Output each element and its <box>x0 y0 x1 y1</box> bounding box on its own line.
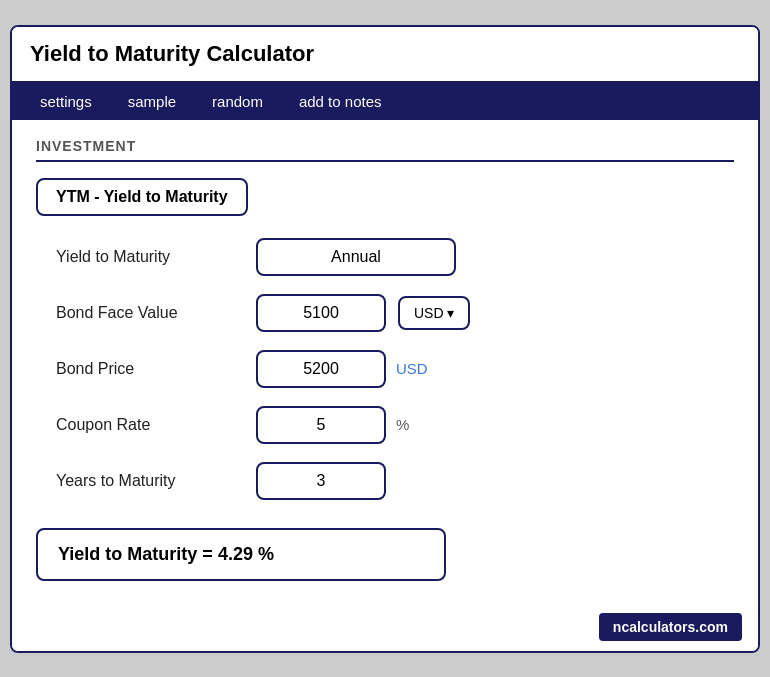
coupon-rate-row: Coupon Rate % <box>36 406 734 444</box>
result-box: Yield to Maturity = 4.29 % <box>36 528 446 581</box>
bond-face-value-row: Bond Face Value USD ▾ <box>36 294 734 332</box>
bond-price-row: Bond Price USD <box>36 350 734 388</box>
app-title: Yield to Maturity Calculator <box>30 41 740 67</box>
yield-to-maturity-label: Yield to Maturity <box>56 248 256 266</box>
bond-price-input[interactable] <box>256 350 386 388</box>
bond-face-value-input[interactable] <box>256 294 386 332</box>
title-bar: Yield to Maturity Calculator <box>12 27 758 83</box>
calculator-container: Yield to Maturity Calculator settings sa… <box>10 25 760 653</box>
bond-face-value-label: Bond Face Value <box>56 304 256 322</box>
bond-price-unit: USD <box>396 360 428 377</box>
main-content: INVESTMENT YTM - Yield to Maturity Yield… <box>12 120 758 605</box>
tab-random[interactable]: random <box>194 83 281 120</box>
bond-price-label: Bond Price <box>56 360 256 378</box>
tab-add-to-notes[interactable]: add to notes <box>281 83 400 120</box>
tab-bar: settings sample random add to notes <box>12 83 758 120</box>
currency-dropdown-btn[interactable]: USD ▾ <box>398 296 470 330</box>
years-to-maturity-label: Years to Maturity <box>56 472 256 490</box>
coupon-rate-label: Coupon Rate <box>56 416 256 434</box>
yield-to-maturity-row: Yield to Maturity <box>36 238 734 276</box>
tab-settings[interactable]: settings <box>22 83 110 120</box>
footer-brand: ncalculators.com <box>599 613 742 641</box>
footer-bar: ncalculators.com <box>12 605 758 651</box>
result-operator: = <box>202 544 218 564</box>
years-to-maturity-row: Years to Maturity <box>36 462 734 500</box>
result-unit: % <box>258 544 274 564</box>
tab-sample[interactable]: sample <box>110 83 194 120</box>
section-label: INVESTMENT <box>36 138 734 162</box>
result-label: Yield to Maturity <box>58 544 197 564</box>
years-to-maturity-input[interactable] <box>256 462 386 500</box>
coupon-rate-input[interactable] <box>256 406 386 444</box>
result-value: 4.29 <box>218 544 253 564</box>
coupon-rate-unit: % <box>396 416 409 433</box>
calc-type-selector[interactable]: YTM - Yield to Maturity <box>36 178 248 216</box>
yield-to-maturity-input[interactable] <box>256 238 456 276</box>
